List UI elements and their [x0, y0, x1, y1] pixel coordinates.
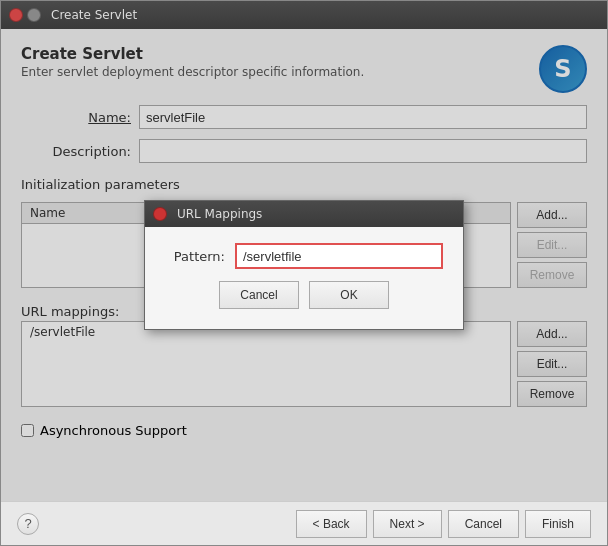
bottom-bar: ? < Back Next > Cancel Finish: [1, 501, 607, 545]
dialog-title-bar: URL Mappings: [145, 201, 463, 227]
dialog-overlay: URL Mappings Pattern: Cancel OK: [1, 29, 607, 501]
next-button[interactable]: Next >: [373, 510, 442, 538]
dialog-content: Pattern: Cancel OK: [145, 227, 463, 329]
bottom-left: ?: [17, 513, 39, 535]
title-bar: Create Servlet: [1, 1, 607, 29]
finish-button[interactable]: Finish: [525, 510, 591, 538]
bottom-right: < Back Next > Cancel Finish: [296, 510, 591, 538]
dialog-ok-button[interactable]: OK: [309, 281, 389, 309]
pattern-row: Pattern:: [165, 243, 443, 269]
dialog-cancel-button[interactable]: Cancel: [219, 281, 299, 309]
url-mappings-dialog: URL Mappings Pattern: Cancel OK: [144, 200, 464, 330]
minimize-button[interactable]: [27, 8, 41, 22]
dialog-title: URL Mappings: [177, 207, 262, 221]
help-button[interactable]: ?: [17, 513, 39, 535]
pattern-input[interactable]: [235, 243, 443, 269]
window-content: Create Servlet Enter servlet deployment …: [1, 29, 607, 501]
cancel-button[interactable]: Cancel: [448, 510, 519, 538]
dialog-buttons: Cancel OK: [165, 281, 443, 313]
main-window: Create Servlet Create Servlet Enter serv…: [0, 0, 608, 546]
back-button[interactable]: < Back: [296, 510, 367, 538]
title-bar-buttons: [9, 8, 41, 22]
dialog-close-button[interactable]: [153, 207, 167, 221]
pattern-label: Pattern:: [165, 249, 225, 264]
window-title: Create Servlet: [51, 8, 137, 22]
close-button[interactable]: [9, 8, 23, 22]
